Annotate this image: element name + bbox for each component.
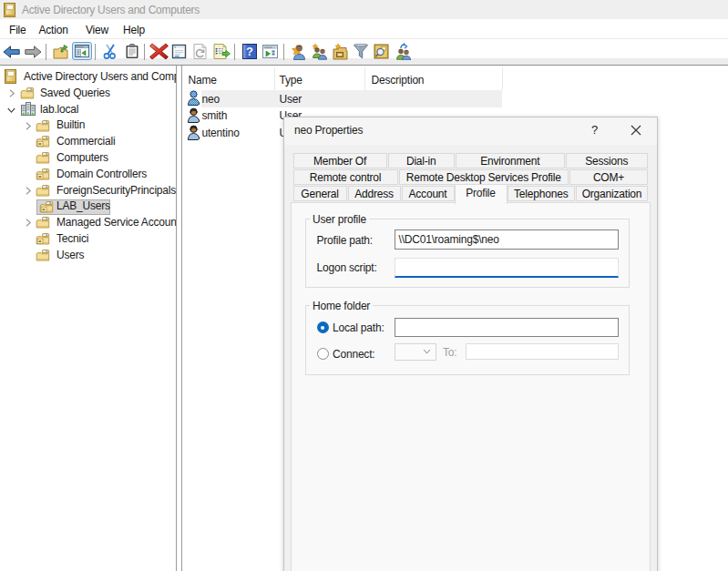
svg-text:?: ?	[246, 45, 253, 58]
